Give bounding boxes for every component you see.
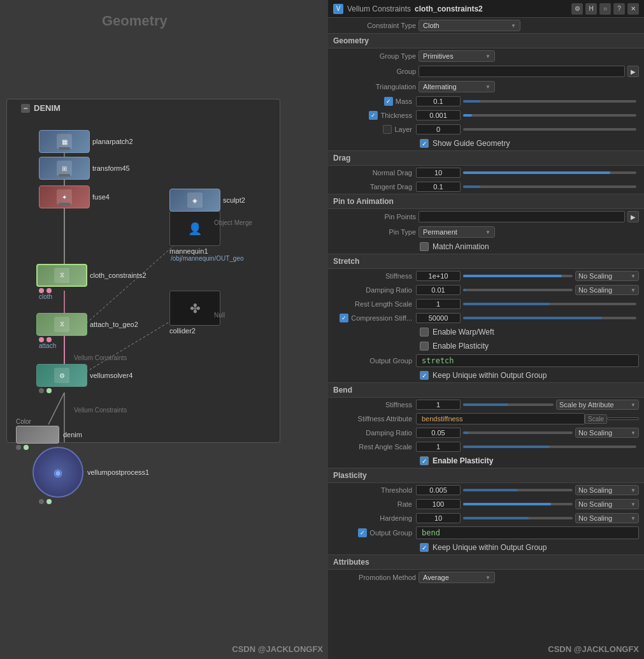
pin-type-dropdown[interactable]: Permanent ▼ (419, 226, 495, 238)
rate-slider[interactable] (463, 500, 573, 509)
group-arrow-btn[interactable]: ▶ (627, 66, 639, 77)
node-fuse4[interactable]: ✦ fuse4 (39, 185, 110, 208)
node-denim[interactable]: Color denim (16, 418, 82, 450)
node-box-attach-to-geo2[interactable]: ⧖ (36, 313, 87, 336)
node-collider2[interactable]: ✤ collider2 (169, 291, 220, 335)
stretch-stiffness-slider[interactable] (463, 272, 573, 280)
stretch-enable-plasticity-check[interactable] (420, 342, 429, 351)
hardening-slider[interactable] (463, 514, 573, 523)
constraint-type-label: Constraint Type (333, 22, 416, 29)
normal-drag-slider[interactable] (463, 168, 636, 177)
bend-damping-scaling[interactable]: No Scaling ▼ (575, 428, 639, 438)
thickness-value[interactable]: 0.001 (416, 110, 461, 120)
stretch-damping-scaling[interactable]: No Scaling ▼ (575, 285, 639, 295)
node-box-fuse4[interactable]: ✦ (39, 185, 90, 208)
h-button[interactable]: H (585, 3, 597, 15)
triangulation-label: Triangulation (333, 83, 416, 91)
bend-damping-slider[interactable] (463, 428, 573, 437)
node-box-mannequin1[interactable]: 👤 (169, 211, 220, 246)
triangulation-dropdown[interactable]: Alternating ▼ (419, 81, 495, 92)
bend-damping-value[interactable]: 0.05 (416, 428, 461, 438)
group-type-dropdown[interactable]: Primitives ▼ (419, 50, 495, 62)
rest-length-scale-slider[interactable] (463, 300, 636, 308)
hardening-value[interactable]: 10 (416, 513, 461, 523)
plasticity-keep-unique-check[interactable] (420, 543, 429, 552)
stretch-stiffness-scaling[interactable]: No Scaling ▼ (575, 271, 639, 281)
normal-drag-row: Normal Drag 10 (328, 166, 644, 180)
mass-row: ✓ Mass 0.1 (328, 94, 644, 108)
stretch-damping-value[interactable]: 0.01 (416, 285, 461, 295)
compression-stiff-slider[interactable] (463, 314, 636, 322)
node-mannequin1[interactable]: 👤 mannequin1 /obj/mannequin/OUT_geo (169, 211, 244, 262)
normal-drag-value[interactable]: 10 (416, 168, 461, 178)
rest-angle-scale-value[interactable]: 1 (416, 442, 461, 452)
node-box-cloth-constraints2[interactable]: ⧖ (36, 264, 87, 287)
mass-value[interactable]: 0.1 (416, 96, 461, 106)
bend-damping-label: Damping Ratio (333, 429, 416, 437)
mass-slider[interactable] (463, 97, 636, 106)
pin-points-arrow-btn[interactable]: ▶ (627, 211, 639, 222)
plasticity-output-check[interactable]: ✓ (358, 528, 367, 537)
compression-stiff-value[interactable]: 50000 (416, 313, 461, 323)
stiffness-attr-value[interactable]: bendstiffness (416, 413, 585, 424)
thickness-check[interactable]: ✓ (369, 111, 378, 120)
denim-swatch[interactable] (16, 426, 59, 444)
bend-stiffness-slider[interactable] (463, 400, 554, 409)
stretch-output-group-value[interactable]: stretch (416, 354, 639, 367)
collapse-icon[interactable]: − (21, 104, 30, 113)
promotion-method-dropdown[interactable]: Average ▼ (419, 572, 495, 583)
rate-value[interactable]: 100 (416, 499, 461, 509)
bend-enable-plasticity-check[interactable] (420, 456, 429, 465)
constraint-type-dropdown[interactable]: Cloth ▼ (419, 20, 520, 31)
bend-stiffness-scaling[interactable]: Scale by Attribute ▼ (556, 400, 639, 410)
gear-button[interactable]: ⚙ (571, 3, 583, 15)
x-button[interactable]: ✕ (627, 3, 639, 15)
threshold-scaling[interactable]: No Scaling ▼ (575, 485, 639, 495)
stretch-damping-slider[interactable] (463, 286, 573, 294)
tangent-drag-slider[interactable] (463, 182, 636, 191)
pin-points-input[interactable] (419, 211, 625, 222)
layer-value[interactable]: 0 (416, 124, 461, 134)
node-box-postprocess[interactable]: ◉ (32, 447, 83, 498)
node-network[interactable]: − DENIM (6, 99, 280, 443)
node-box-vellumsolver4[interactable]: ⚙ (36, 364, 87, 387)
threshold-slider[interactable] (463, 486, 573, 495)
compression-stiff-check[interactable]: ✓ (340, 314, 348, 322)
rate-scaling[interactable]: No Scaling ▼ (575, 499, 639, 509)
collider-icon: ✤ (190, 301, 201, 316)
enable-warp-weft-check[interactable] (420, 328, 429, 337)
rest-angle-scale-slider[interactable] (463, 442, 636, 451)
threshold-value[interactable]: 0.005 (416, 485, 461, 495)
node-box-transform45[interactable]: ⊞ (39, 157, 90, 180)
node-planarpatch2[interactable]: ▦ planarpatch2 (39, 130, 133, 153)
layer-check[interactable] (383, 125, 392, 134)
node-box-planarpatch2[interactable]: ▦ (39, 130, 90, 153)
thickness-slider[interactable] (463, 111, 636, 120)
node-box-sculpt2[interactable]: ◈ (169, 189, 220, 212)
hardening-scaling[interactable]: No Scaling ▼ (575, 513, 639, 523)
node-vellumsolver4[interactable]: ⚙ vellumsolver4 (36, 364, 132, 393)
bend-damping-row: Damping Ratio 0.05 No Scaling ▼ (328, 426, 644, 440)
node-sculpt2[interactable]: ◈ sculpt2 (169, 189, 245, 212)
bend-stiffness-value[interactable]: 1 (416, 400, 461, 410)
node-transform45[interactable]: ⊞ transform45 (39, 157, 130, 180)
bend-section-header: Bend (328, 382, 644, 398)
stretch-keep-unique-check[interactable] (420, 371, 429, 380)
node-cloth-constraints2[interactable]: ⧖ cloth_constraints2 cloth (36, 264, 147, 300)
node-vellumpostprocess1[interactable]: ◉ vellumpostprocess1 (32, 447, 149, 504)
scale-value[interactable] (607, 417, 639, 420)
show-guide-geometry-check[interactable] (420, 139, 429, 148)
tangent-drag-value[interactable]: 0.1 (416, 182, 461, 192)
node-box-collider2[interactable]: ✤ (169, 291, 220, 326)
plasticity-output-group-value[interactable]: bend (416, 526, 639, 539)
circle-question-button[interactable]: ○ (599, 3, 611, 15)
tangent-drag-row: Tangent Drag 0.1 (328, 180, 644, 194)
match-animation-check[interactable] (420, 242, 429, 251)
mass-check[interactable]: ✓ (384, 97, 393, 106)
rest-length-scale-value[interactable]: 1 (416, 299, 461, 309)
layer-slider[interactable] (463, 125, 636, 134)
question-button[interactable]: ? (613, 3, 625, 15)
node-attach-to-geo2[interactable]: ⧖ attach_to_geo2 attach (36, 313, 138, 349)
group-input[interactable] (419, 66, 625, 77)
stretch-stiffness-value[interactable]: 1e+10 (416, 271, 461, 281)
